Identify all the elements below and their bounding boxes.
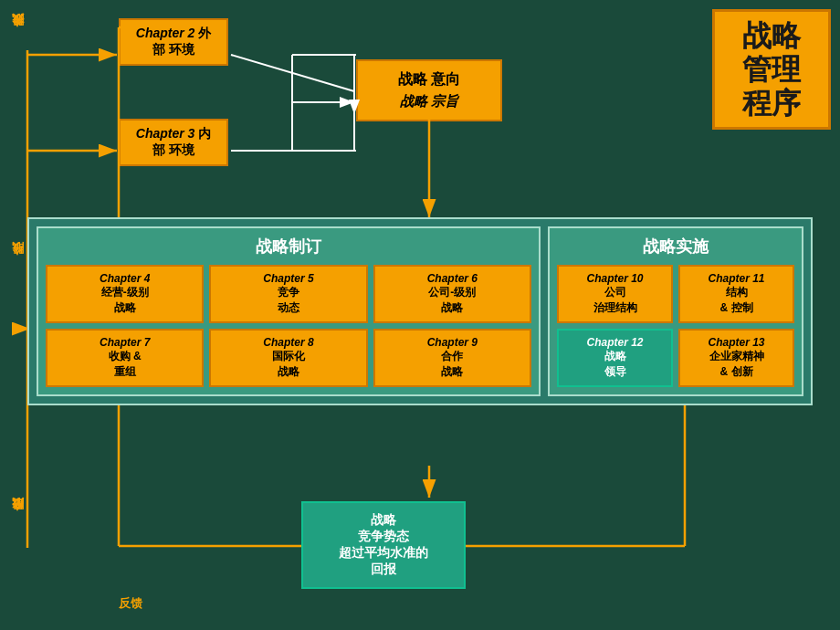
title-line1: 战略 — [724, 19, 819, 53]
title-line2: 管理 — [724, 53, 819, 87]
ch13-box: Chapter 13 企业家精神 & 创新 — [678, 329, 794, 387]
ch12-chapter: Chapter 12 — [566, 336, 664, 349]
ch5-chapter: Chapter 5 — [218, 272, 358, 285]
ch10-box: Chapter 10 公司 治理结构 — [557, 265, 673, 323]
ch7-box: Chapter 7 收购 & 重组 — [46, 329, 204, 387]
ch7-line1: 收购 & — [55, 349, 194, 364]
ch4-box: Chapter 4 经营-级别 战略 — [46, 265, 204, 323]
feedback-label: 反馈 — [119, 595, 142, 612]
output-box: 战略 竞争势态 超过平均水准的 回报 — [301, 501, 466, 589]
intent-line1: 战略 意向 — [372, 70, 487, 89]
ch8-chapter: Chapter 8 — [218, 336, 358, 349]
ch3-box: Chapter 3 内部 环境 — [119, 119, 228, 166]
output-line1: 战略 — [317, 512, 450, 529]
ch9-box: Chapter 9 合作 战略 — [373, 329, 531, 387]
ch9-line2: 战略 — [383, 364, 522, 380]
ch12-box: Chapter 12 战略 领导 — [557, 329, 673, 387]
ch6-chapter: Chapter 6 — [383, 272, 522, 285]
ch8-box: Chapter 8 国际化 战略 — [209, 329, 367, 387]
ch6-line1: 公司-级别 — [383, 285, 522, 300]
ch2-chapter: Chapter 2 — [136, 26, 195, 40]
ch13-chapter: Chapter 13 — [688, 336, 785, 349]
title-line3: 程序 — [724, 87, 819, 121]
output-line2: 竞争势态 — [317, 529, 450, 545]
ch4-line2: 战略 — [55, 300, 194, 316]
output-line4: 回报 — [317, 562, 450, 578]
ch3-line2: 环境 — [169, 142, 194, 157]
ch8-line2: 战略 — [218, 364, 358, 380]
ch8-line1: 国际化 — [218, 349, 358, 364]
ch2-line2: 环境 — [169, 42, 194, 57]
ch11-chapter: Chapter 11 — [688, 272, 785, 285]
ch2-box: Chapter 2 外部 环境 — [119, 18, 228, 66]
ch4-line1: 经营-级别 — [55, 285, 194, 300]
strategy-inner-row: 战略制订 Chapter 4 经营-级别 战略 Chapter 5 竞争 动态 … — [37, 226, 803, 396]
ch5-line1: 竞争 — [218, 285, 358, 300]
ch10-line2: 治理结构 — [566, 300, 664, 316]
ch11-box: Chapter 11 结构 & 控制 — [678, 265, 794, 323]
svg-line-4 — [231, 55, 354, 91]
ch9-line1: 合作 — [383, 349, 522, 364]
strategy-outer: 战略制订 Chapter 4 经营-级别 战略 Chapter 5 竞争 动态 … — [27, 217, 813, 405]
ch4-chapter: Chapter 4 — [55, 272, 194, 285]
implementation-title: 战略实施 — [557, 236, 794, 257]
ch10-chapter: Chapter 10 — [566, 272, 664, 285]
ch13-line1: 企业家精神 — [688, 349, 785, 364]
implementation-grid: Chapter 10 公司 治理结构 Chapter 11 结构 & 控制 Ch… — [557, 265, 794, 387]
ch9-chapter: Chapter 9 — [383, 336, 522, 349]
ch12-line1: 战略 — [566, 349, 664, 364]
ch6-box: Chapter 6 公司-级别 战略 — [373, 265, 531, 323]
formulation-grid: Chapter 4 经营-级别 战略 Chapter 5 竞争 动态 Chapt… — [46, 265, 531, 387]
title-box: 战略 管理 程序 — [712, 9, 831, 130]
output-line3: 超过平均水准的 — [317, 545, 450, 562]
ch11-line1: 结构 — [688, 285, 785, 300]
ch13-line2: & 创新 — [688, 364, 785, 380]
formulation-title: 战略制订 — [46, 236, 531, 257]
ch5-box: Chapter 5 竞争 动态 — [209, 265, 367, 323]
intent-line2: 战略 宗旨 — [372, 93, 487, 110]
ch3-chapter: Chapter 3 — [136, 126, 195, 141]
ch5-line2: 动态 — [218, 300, 358, 316]
ch7-line2: 重组 — [55, 364, 194, 380]
section-implementation: 战略实施 Chapter 10 公司 治理结构 Chapter 11 结构 & … — [548, 226, 803, 396]
ch7-chapter: Chapter 7 — [55, 336, 194, 349]
ch12-line2: 领导 — [566, 364, 664, 380]
ch6-line2: 战略 — [383, 300, 522, 316]
ch10-line1: 公司 — [566, 285, 664, 300]
section-formulation: 战略制订 Chapter 4 经营-级别 战略 Chapter 5 竞争 动态 … — [37, 226, 541, 396]
intent-box: 战略 意向 战略 宗旨 — [356, 59, 502, 121]
ch11-line2: & 控制 — [688, 300, 785, 316]
